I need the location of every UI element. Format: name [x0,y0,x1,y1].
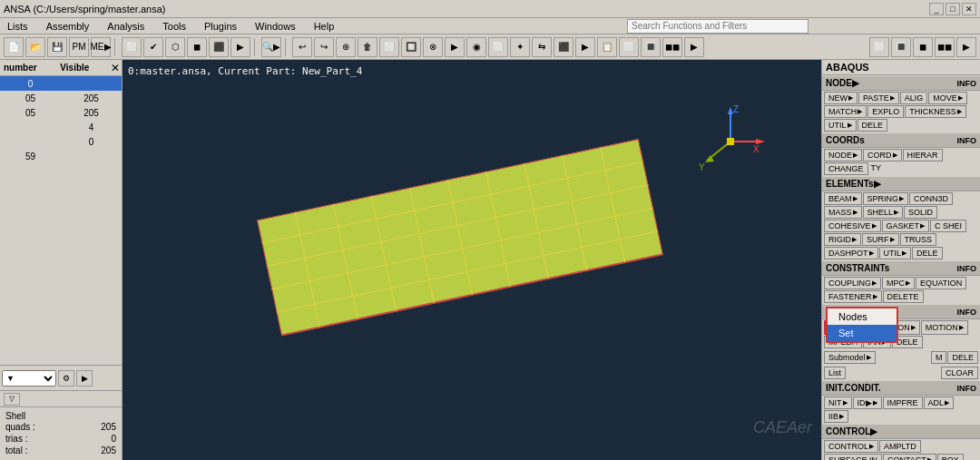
list-item[interactable]: 0 [0,134,122,149]
list-item[interactable]: 05 205 [0,105,122,120]
toolbar-btn-14[interactable]: ⬜ [379,37,399,57]
btn-change-ty[interactable]: CHANGE [824,162,868,175]
toolbar-btn-19[interactable]: ⬜ [488,37,508,57]
btn-surf[interactable]: SURF [862,233,899,246]
toolbar-btn-9[interactable]: ◼ [187,37,207,57]
btn-cohesive[interactable]: COHESIVE [824,220,881,232]
toolbar-undo[interactable]: ↩ [292,37,312,57]
toolbar-btn-27[interactable]: ◼◼ [662,37,682,57]
toolbar-btn-8[interactable]: ⬡ [165,37,185,57]
popup-nodes[interactable]: Nodes [828,308,897,325]
list-item[interactable]: 59 [0,149,122,163]
toolbar-btn-10[interactable]: ⬛ [209,37,229,57]
btn-submodel[interactable]: Submodel [824,351,876,364]
toolbar-btn-4[interactable]: PM [69,37,89,57]
menu-lists[interactable]: Lists [4,21,32,32]
btn-paste[interactable]: PASTE [858,92,899,104]
list-item[interactable]: 0 [0,76,122,91]
btn-delete-const[interactable]: DELETE [883,290,924,303]
btn-fastener[interactable]: FASTENER [824,290,882,303]
btn-cshei[interactable]: C SHEI [930,220,966,232]
node-info-btn[interactable]: INFO [957,79,977,88]
menu-help[interactable]: Help [310,21,338,32]
close-button[interactable]: ✕ [962,3,976,15]
btn-mass[interactable]: MASS [824,206,862,219]
constraints-info-btn[interactable]: INFO [957,264,977,273]
btn-coupling[interactable]: COUPLING [824,277,881,289]
toolbar-btn-6[interactable]: ⬜ [122,37,142,57]
btn-adl[interactable]: ADL [924,396,955,409]
toolbar-right-4[interactable]: ◼◼ [935,37,955,57]
btn-beam[interactable]: BEAM [824,192,862,205]
btn-gasket[interactable]: GASKET [882,220,930,232]
toolbar-redo[interactable]: ↪ [314,37,334,57]
btn-m[interactable]: M [931,351,947,364]
toolbar-btn-20[interactable]: ✦ [510,37,530,57]
toolbar-btn-3[interactable]: 💾 [47,37,67,57]
btn-match[interactable]: MATCH [824,105,867,118]
toolbar-btn-2[interactable]: 📂 [25,37,45,57]
btn-hierar[interactable]: HIERAR [903,149,943,161]
btn-iib[interactable]: IIB [824,410,848,423]
btn-conn3d[interactable]: CONN3D [909,192,953,205]
btn-contact[interactable]: CONTACT [883,454,936,460]
toolbar-btn-28[interactable]: ▶ [684,37,704,57]
toolbar-btn-15[interactable]: 🔲 [401,37,421,57]
minimize-button[interactable]: _ [929,3,944,15]
boundary-info-btn[interactable]: INFO [957,308,977,317]
btn-dashpot[interactable]: DASHPOT [824,247,878,259]
popup-set[interactable]: Set [828,325,897,341]
toolbar-right-1[interactable]: ⬜ [869,37,889,57]
toolbar-btn-26[interactable]: 🔳 [641,37,661,57]
btn-util-node[interactable]: UTIL [824,119,857,132]
toolbar-btn-25[interactable]: ⬜ [619,37,639,57]
left-arrow-btn[interactable]: ▶ [76,370,93,387]
toolbar-btn-1[interactable]: 📄 [4,37,24,57]
menu-plugins[interactable]: Plugins [201,21,240,32]
left-gear-btn[interactable]: ⚙ [58,370,74,387]
btn-node-coord[interactable]: NODE [824,149,862,161]
toolbar-btn-11[interactable]: ▶ [230,37,250,57]
btn-cloar[interactable]: CLOAR [941,367,978,379]
left-panel-close[interactable]: ✕ [111,62,120,74]
search-input[interactable] [627,19,808,34]
menu-analysis[interactable]: Analysis [103,21,148,32]
btn-new[interactable]: NEW [824,92,858,104]
btn-thickness[interactable]: THICKNESS [905,105,966,118]
left-select[interactable]: ▼ [2,370,56,387]
toolbar-btn-23[interactable]: ▶ [575,37,595,57]
toolbar-right-3[interactable]: ◼ [913,37,933,57]
menu-assembly[interactable]: Assembly [43,21,93,32]
btn-control[interactable]: CONTROL [824,440,878,453]
btn-truss[interactable]: TRUSS [900,233,937,246]
btn-solid[interactable]: SOLID [904,206,937,219]
btn-util-elem[interactable]: UTIL [879,247,912,259]
toolbar-btn-16[interactable]: ⊗ [423,37,443,57]
btn-dele-node[interactable]: DELE [858,119,888,132]
toolbar-btn-24[interactable]: 📋 [597,37,617,57]
btn-equation[interactable]: EQUATION [916,277,966,289]
viewport[interactable]: 0:master.ansa, Current Part: New_Part_4 [122,60,821,460]
btn-shell[interactable]: SHELL [863,206,904,219]
list-item[interactable]: 4 [0,120,122,134]
btn-rigid[interactable]: RIGID [824,233,861,246]
btn-motion[interactable]: MOTION [921,320,968,335]
menu-windows[interactable]: Windows [251,21,299,32]
btn-dele-elem[interactable]: DELE [912,247,943,259]
toolbar-btn-13[interactable]: 🗑 [358,37,377,57]
btn-alig[interactable]: ALIG [900,92,928,104]
btn-move[interactable]: MOVE [928,92,967,104]
btn-box[interactable]: BOX [937,454,964,460]
btn-cord[interactable]: CORD [863,149,902,161]
btn-mpc[interactable]: MPC [882,277,915,289]
list-item[interactable]: 05 205 [0,91,122,105]
filter-btn[interactable]: ▽ [4,393,20,406]
toolbar-right-5[interactable]: ▶ [956,37,976,57]
toolbar-btn-22[interactable]: ⬛ [554,37,573,57]
btn-id[interactable]: ID▶ [853,396,882,409]
toolbar-btn-18[interactable]: ◉ [466,37,486,57]
maximize-button[interactable]: □ [946,3,960,15]
btn-impfre[interactable]: IMPFRE [883,396,923,409]
btn-list[interactable]: List [824,367,846,379]
coords-info-btn[interactable]: INFO [957,136,977,145]
